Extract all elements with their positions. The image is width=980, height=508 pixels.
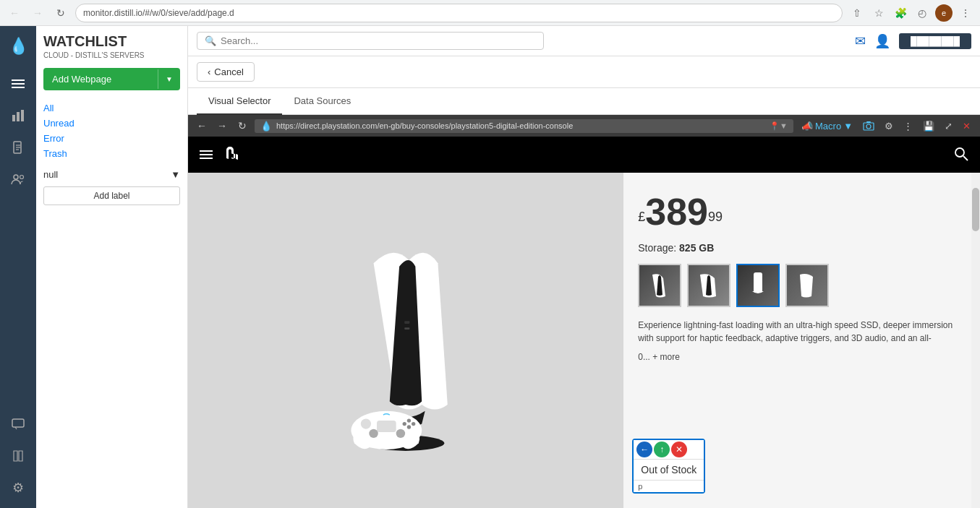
emb-save-btn[interactable]: 💾 bbox=[919, 119, 938, 133]
svg-rect-9 bbox=[12, 419, 24, 427]
emb-macro-chevron: ▼ bbox=[843, 121, 853, 132]
nav-all[interactable]: All bbox=[43, 100, 180, 116]
svg-point-23 bbox=[403, 422, 406, 426]
svg-point-21 bbox=[412, 422, 415, 426]
watchlist-title: WATCHLIST bbox=[43, 33, 180, 50]
emb-close-btn[interactable]: ✕ bbox=[959, 119, 974, 133]
share-icon[interactable]: ⇧ bbox=[848, 4, 866, 22]
ps5-price-main: 389 bbox=[645, 191, 708, 233]
ps5-content: £38999 Storage: 825 GB bbox=[188, 173, 980, 508]
window-icon[interactable]: ◴ bbox=[913, 4, 931, 22]
browser-url: monitor.distill.io/#/w/0/sieve/add/page.… bbox=[83, 8, 234, 18]
dark-action-button[interactable]: ████████ bbox=[899, 33, 971, 49]
ps5-thumb-4[interactable] bbox=[785, 264, 829, 307]
ps5-storage-value: 825 GB bbox=[679, 242, 714, 254]
nav-section: All Unread Error Trash bbox=[43, 100, 180, 161]
null-label: null ▼ bbox=[43, 167, 180, 182]
search-input[interactable] bbox=[221, 35, 536, 46]
svg-rect-0 bbox=[12, 115, 15, 121]
ps5-thumb-1[interactable] bbox=[638, 264, 681, 307]
tabs-bar: Visual Selector Data Sources bbox=[188, 88, 980, 115]
svg-point-25 bbox=[369, 429, 378, 438]
emb-more-btn[interactable]: ⋮ bbox=[900, 119, 916, 133]
nav-trash[interactable]: Trash bbox=[43, 146, 180, 161]
ps5-search-icon[interactable] bbox=[954, 147, 968, 163]
emb-macro-icon: 📣 bbox=[801, 121, 813, 132]
ps5-thumb-3[interactable] bbox=[736, 264, 780, 307]
svg-point-20 bbox=[407, 418, 411, 422]
svg-rect-27 bbox=[754, 272, 762, 293]
browser-forward-btn[interactable]: → bbox=[29, 4, 46, 22]
popup-back-btn[interactable]: ← bbox=[636, 442, 652, 457]
ps5-price-symbol: £ bbox=[638, 210, 645, 224]
add-webpage-caret-icon[interactable]: ▼ bbox=[158, 69, 180, 89]
ps5-storage-label: Storage: bbox=[638, 242, 676, 254]
ps5-logo bbox=[221, 145, 243, 165]
menu-icon[interactable]: ⋮ bbox=[957, 4, 974, 22]
browser-back-btn[interactable]: ← bbox=[6, 4, 23, 22]
emb-forward-btn[interactable]: → bbox=[214, 118, 230, 134]
sidebar-settings-icon[interactable]: ⚙ bbox=[5, 475, 31, 501]
emb-address-bar[interactable]: 💧 https://direct.playstation.com/en-gb/b… bbox=[255, 119, 793, 133]
search-icon: 🔍 bbox=[205, 35, 216, 46]
browser-address-bar[interactable]: monitor.distill.io/#/w/0/sieve/add/page.… bbox=[75, 4, 843, 22]
watchlist-subtitle: CLOUD - DISTILL'S SERVERS bbox=[43, 51, 180, 59]
cancel-button[interactable]: ‹ Cancel bbox=[197, 62, 255, 82]
popup-up-btn[interactable]: ↑ bbox=[654, 442, 670, 457]
person-icon[interactable]: 👤 bbox=[874, 33, 890, 49]
svg-rect-17 bbox=[404, 327, 409, 330]
emb-settings-btn[interactable]: ⚙ bbox=[881, 119, 897, 133]
svg-point-8 bbox=[20, 176, 24, 179]
svg-point-7 bbox=[14, 175, 18, 179]
ps5-thumb-2[interactable] bbox=[687, 264, 730, 307]
emb-back-btn[interactable]: ← bbox=[194, 118, 210, 134]
profile-icon[interactable]: e bbox=[935, 4, 953, 22]
null-dropdown-icon[interactable]: ▼ bbox=[171, 169, 180, 180]
extension-icon[interactable]: 🧩 bbox=[892, 4, 909, 22]
svg-rect-1 bbox=[17, 112, 20, 121]
browser-refresh-btn[interactable]: ↻ bbox=[52, 4, 69, 22]
product-page: £38999 Storage: 825 GB bbox=[188, 137, 980, 508]
overlay-popup: ← ↑ ✕ Out of Stock p bbox=[632, 439, 705, 494]
nav-unread[interactable]: Unread bbox=[43, 116, 180, 131]
ps5-storage: Storage: 825 GB bbox=[638, 242, 966, 254]
sidebar-nav-document-icon[interactable] bbox=[5, 134, 31, 160]
tab-data-sources[interactable]: Data Sources bbox=[282, 88, 362, 115]
sidebar-chat-icon[interactable] bbox=[5, 411, 31, 437]
svg-point-13 bbox=[955, 148, 964, 157]
emb-macro-btn[interactable]: 📣 Macro ▼ bbox=[798, 119, 856, 133]
ps5-product-image bbox=[210, 189, 602, 491]
sidebar-nav-chart-icon[interactable] bbox=[5, 103, 31, 129]
svg-rect-16 bbox=[404, 321, 409, 324]
cancel-label: Cancel bbox=[214, 66, 243, 77]
add-label-button[interactable]: Add label bbox=[43, 186, 180, 205]
embedded-browser: ← → ↻ 💧 https://direct.playstation.com/e… bbox=[188, 115, 980, 508]
popup-close-btn[interactable]: ✕ bbox=[671, 442, 687, 457]
sidebar-book-icon[interactable] bbox=[5, 443, 31, 469]
browser-chrome: ← → ↻ monitor.distill.io/#/w/0/sieve/add… bbox=[0, 0, 980, 26]
ps5-nav-left bbox=[200, 145, 243, 165]
ps5-info-section: £38999 Storage: 825 GB bbox=[623, 173, 980, 508]
popup-tag: p bbox=[634, 480, 704, 492]
add-webpage-button[interactable]: Add Webpage ▼ bbox=[43, 68, 180, 90]
tab-visual-selector[interactable]: Visual Selector bbox=[197, 88, 282, 115]
mail-icon[interactable]: ✉ bbox=[855, 33, 866, 49]
add-webpage-label: Add Webpage bbox=[43, 68, 158, 90]
ps5-console-svg bbox=[297, 225, 514, 456]
emb-fullscreen-btn[interactable]: ⤢ bbox=[941, 119, 956, 133]
nav-error[interactable]: Error bbox=[43, 131, 180, 146]
browser-toolbar: ⇧ ☆ 🧩 ◴ e ⋮ bbox=[848, 4, 974, 22]
sidebar-nav-users-icon[interactable] bbox=[5, 166, 31, 192]
sidebar-nav-list-icon[interactable] bbox=[5, 71, 31, 97]
action-bar: ‹ Cancel bbox=[188, 56, 980, 88]
emb-location-icon[interactable]: 📍▼ bbox=[770, 121, 788, 131]
bookmark-icon[interactable]: ☆ bbox=[870, 4, 887, 22]
scrollbar-thumb[interactable] bbox=[972, 188, 979, 231]
emb-macro-label: Macro bbox=[815, 121, 841, 132]
null-label-text: null bbox=[43, 169, 58, 180]
emb-capture-btn[interactable] bbox=[859, 119, 878, 132]
ps5-hamburger-icon[interactable] bbox=[200, 150, 213, 159]
svg-rect-19 bbox=[377, 421, 396, 432]
emb-refresh-btn[interactable]: ↻ bbox=[234, 118, 250, 134]
app-logo-icon[interactable]: 💧 bbox=[5, 33, 31, 59]
